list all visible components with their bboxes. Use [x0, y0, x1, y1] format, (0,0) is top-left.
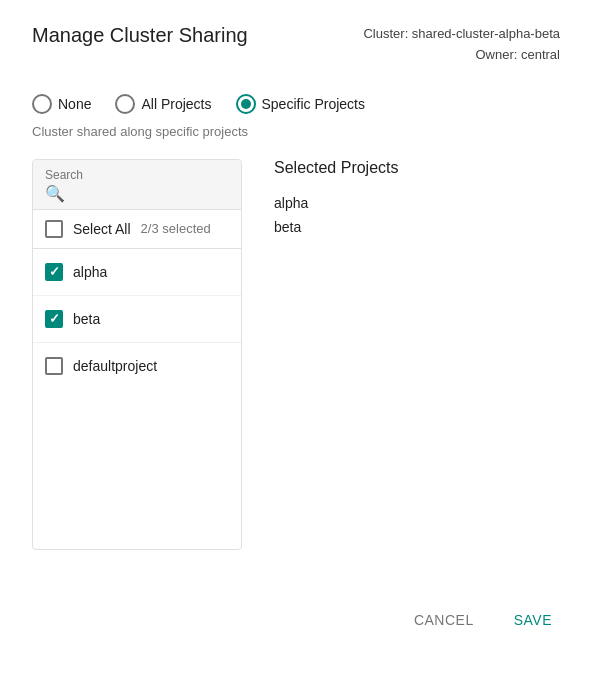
selected-count: 2/3 selected [141, 221, 211, 236]
select-all-row[interactable]: Select All 2/3 selected [33, 210, 241, 249]
list-item[interactable]: ✓ alpha [33, 249, 241, 296]
radio-option-all-projects[interactable]: All Projects [115, 94, 211, 114]
checkmark-icon: ✓ [49, 265, 60, 278]
radio-option-none[interactable]: None [32, 94, 91, 114]
beta-checkbox[interactable]: ✓ [45, 310, 63, 328]
defaultproject-checkbox[interactable] [45, 357, 63, 375]
defaultproject-label: defaultproject [73, 358, 157, 374]
list-items: ✓ alpha ✓ beta defaultproject [33, 249, 241, 549]
cluster-label: Cluster: shared-cluster-alpha-beta [363, 24, 560, 45]
search-label: Search [45, 168, 229, 182]
list-item[interactable]: ✓ beta [33, 296, 241, 343]
radio-all-indicator [115, 94, 135, 114]
radio-none-indicator [32, 94, 52, 114]
list-item[interactable]: defaultproject [33, 343, 241, 389]
select-all-checkbox[interactable] [45, 220, 63, 238]
radio-option-specific-projects[interactable]: Specific Projects [236, 94, 365, 114]
header-row: Manage Cluster Sharing Cluster: shared-c… [32, 24, 560, 66]
radio-none-label: None [58, 96, 91, 112]
search-icon: 🔍 [45, 184, 65, 203]
checkmark-icon: ✓ [49, 312, 60, 325]
search-icon-row: 🔍 [45, 184, 229, 203]
selected-projects-title: Selected Projects [274, 159, 560, 177]
search-input[interactable] [65, 185, 229, 201]
beta-label: beta [73, 311, 100, 327]
list-panel: Search 🔍 Select All 2/3 selected ✓ alpha… [32, 159, 242, 550]
radio-all-label: All Projects [141, 96, 211, 112]
selected-item: beta [274, 215, 560, 239]
content-area: Search 🔍 Select All 2/3 selected ✓ alpha… [32, 159, 560, 550]
selected-item: alpha [274, 191, 560, 215]
alpha-label: alpha [73, 264, 107, 280]
save-button[interactable]: SAVE [506, 606, 560, 634]
search-box: Search 🔍 [33, 160, 241, 210]
subtitle: Cluster shared along specific projects [32, 124, 560, 139]
radio-specific-inner [241, 99, 251, 109]
select-all-label: Select All [73, 221, 131, 237]
radio-specific-indicator [236, 94, 256, 114]
selected-panel: Selected Projects alpha beta [274, 159, 560, 550]
alpha-checkbox[interactable]: ✓ [45, 263, 63, 281]
radio-group: None All Projects Specific Projects [32, 94, 560, 114]
owner-label: Owner: central [363, 45, 560, 66]
cancel-button[interactable]: CANCEL [406, 606, 482, 634]
radio-specific-label: Specific Projects [262, 96, 365, 112]
cluster-info: Cluster: shared-cluster-alpha-beta Owner… [363, 24, 560, 66]
page-title: Manage Cluster Sharing [32, 24, 248, 47]
footer: CANCEL SAVE [32, 590, 560, 634]
